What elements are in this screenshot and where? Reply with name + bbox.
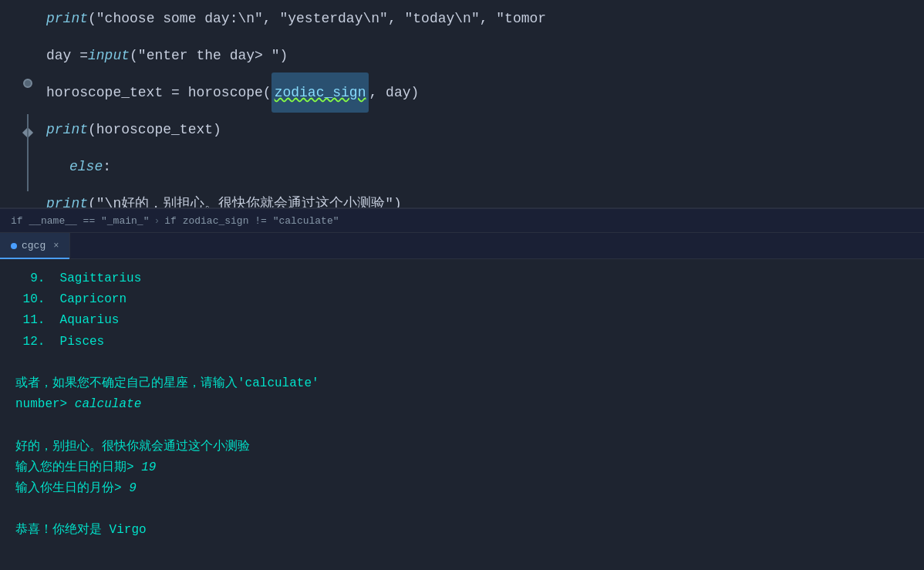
else-keyword: else [69, 148, 103, 185]
code-print-chinese: ("\n好的，别担心。很快你就会通过这个小测验") [88, 185, 402, 208]
code-input-args: ("enter the day> ") [130, 37, 288, 74]
tab-bar: cgcg × [0, 233, 924, 259]
breadcrumb-part-1: if __name__ == "_main_" [11, 215, 149, 227]
editor-panel: print("choose some day:\n", "yesterday\n… [0, 0, 924, 208]
tab-dot-indicator [11, 243, 17, 249]
term-line-result: 恭喜！你绝对是 Virgo [15, 520, 909, 541]
breadcrumb-separator-1: › [153, 215, 160, 227]
term-line-birthday-month: 输入你生日的月份> 9 [15, 478, 909, 499]
input-keyword: input [88, 37, 130, 74]
tab-cgcg[interactable]: cgcg × [0, 233, 70, 259]
print-keyword-3: print [46, 185, 88, 208]
tab-close-button[interactable]: × [53, 241, 59, 251]
term-line-calculate-prompt: 或者，如果您不确定自己的星座，请输入'calculate' [15, 373, 909, 394]
term-line-blank-3 [15, 499, 909, 520]
term-line-sagittarius: 9. Sagittarius [15, 268, 909, 289]
gutter-circle-icon [22, 77, 34, 89]
code-line-5: else: [46, 148, 924, 185]
term-line-aquarius: 11. Aquarius [15, 310, 909, 331]
breadcrumb-part-2: if zodiac_sign != "calculate" [164, 215, 339, 227]
zodiac-sign-highlight: zodiac_sign [271, 73, 369, 113]
term-line-reassurance: 好的，别担心。很快你就会通过这个小测验 [15, 437, 909, 457]
breadcrumb-bar: if __name__ == "_main_" › if zodiac_sign… [0, 208, 924, 233]
term-line-blank-1 [15, 352, 909, 373]
code-line-2: day = input("enter the day> ") [46, 37, 924, 74]
term-input-day: 19 [141, 460, 156, 474]
term-input-calculate: calculate [75, 397, 141, 411]
terminal-panel: 9. Sagittarius 10. Capricorn 11. Aquariu… [0, 259, 924, 570]
code-horoscope-end: , day) [369, 74, 419, 111]
code-line-4: print(horoscope_text) [46, 111, 924, 148]
term-line-number-input: number> calculate [15, 394, 909, 415]
code-print-args: (horoscope_text) [88, 111, 221, 148]
tab-label: cgcg [22, 240, 46, 251]
term-line-capricorn: 10. Capricorn [15, 289, 909, 310]
print-keyword-2: print [46, 111, 88, 148]
code-line-6: print("\n好的，别担心。很快你就会通过这个小测验") [46, 185, 924, 208]
code-day-assign: day = [46, 37, 88, 74]
code-horoscope-assign: horoscope_text = horoscope( [46, 74, 271, 111]
code-block: print("choose some day:\n", "yesterday\n… [0, 0, 924, 208]
code-line-3: horoscope_text = horoscope(zodiac_sign, … [46, 74, 924, 111]
term-input-month: 9 [129, 481, 137, 495]
code-else-colon: : [103, 148, 111, 185]
gutter-bar [27, 114, 29, 191]
print-keyword-1: print [46, 0, 88, 37]
term-line-pisces: 12. Pisces [15, 332, 909, 352]
term-line-blank-2 [15, 415, 909, 436]
code-line-1: print("choose some day:\n", "yesterday\n… [46, 0, 924, 37]
code-text-1: ("choose some day:\n", "yesterday\n", "t… [88, 0, 546, 37]
term-line-birthday-day: 输入您的生日的日期> 19 [15, 457, 909, 478]
